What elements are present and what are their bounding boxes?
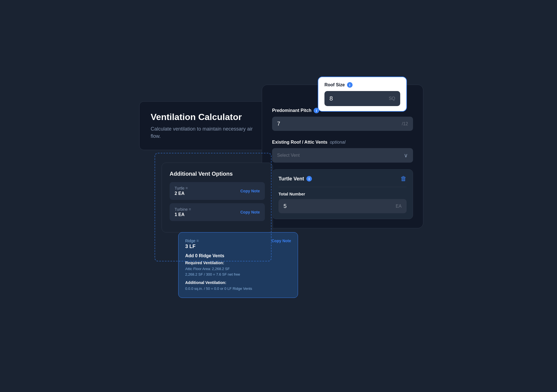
roof-size-unit: SQ (389, 96, 395, 101)
turtle-vent-info-icon[interactable]: i (306, 176, 312, 182)
avo-item-turbine-left: Turbine = 1 EA (175, 207, 191, 217)
avo-item-turbine-value: 1 EA (175, 212, 191, 217)
delete-vent-icon[interactable]: 🗑 (400, 175, 407, 182)
avo-item-turbine: Turbine = 1 EA Copy Note (170, 203, 265, 221)
pitch-unit: /12 (402, 121, 408, 126)
ridge-add-title: Add 0 Ridge Vents (185, 253, 291, 258)
pitch-value: 7 (277, 121, 280, 127)
turtle-vent-section: Turtle Vent i 🗑 Total Number 5 EA (272, 169, 413, 219)
avo-title: Additional Vent Options (170, 171, 265, 177)
avo-item-turtle-left: Turtle = 2 EA (175, 186, 188, 196)
select-vent-placeholder: Select Vent (277, 153, 300, 158)
ridge-additional-text: 0.0.0 sq.in. / 50 = 0.0 or 0 LF Ridge Ve… (185, 286, 291, 291)
total-number-input[interactable]: 5 EA (278, 199, 407, 213)
vent-title: Turtle Vent i (278, 176, 312, 182)
ridge-item-label: Ridge = (185, 239, 199, 243)
vc-title: Ventilation Calculator (151, 112, 262, 122)
select-vent-dropdown[interactable]: Select Vent ∨ (272, 148, 413, 163)
roof-size-value: 8 (329, 95, 333, 102)
copy-note-turbine-button[interactable]: Copy Note (240, 210, 260, 214)
avo-item-turtle-value: 2 EA (175, 191, 188, 196)
additional-vent-options-card: Additional Vent Options Turtle = 2 EA Co… (162, 163, 273, 232)
total-number-value: 5 (284, 203, 287, 209)
total-number-unit: EA (396, 204, 402, 209)
ridge-required-text: Attic Floor Area: 2,268.2 SF 2,268.2 SF … (185, 266, 291, 277)
ridge-additional-label: Additional Ventilation: (185, 280, 291, 285)
ridge-card: Ridge = 3 LF Copy Note Add 0 Ridge Vents… (178, 232, 298, 298)
roof-size-card: Roof Size i 8 SQ (318, 77, 407, 112)
avo-item-turbine-label: Turbine = (175, 207, 191, 212)
copy-note-turtle-button[interactable]: Copy Note (240, 189, 260, 193)
roof-size-info-icon[interactable]: i (347, 82, 353, 88)
ridge-item-value: 3 LF (185, 244, 199, 249)
roof-size-input[interactable]: 8 SQ (324, 91, 400, 106)
main-calculator-panel: Roof Size i 8 SQ Predominant Pitch i 7 /… (262, 85, 423, 228)
avo-item-turtle-label: Turtle = (175, 186, 188, 190)
vent-header: Turtle Vent i 🗑 (278, 175, 407, 187)
vc-subtitle: Calculate ventilation to maintain necess… (151, 126, 262, 139)
existing-label: Existing Roof / Attic Vents optional (272, 140, 413, 145)
optional-label: optional (330, 140, 345, 144)
existing-section: Existing Roof / Attic Vents optional Sel… (272, 140, 413, 163)
total-number-label: Total Number (278, 192, 407, 196)
copy-note-ridge-button[interactable]: Copy Note (272, 239, 291, 243)
chevron-down-icon: ∨ (404, 152, 408, 159)
pitch-input[interactable]: 7 /12 (272, 117, 413, 131)
avo-item-turtle: Turtle = 2 EA Copy Note (170, 182, 265, 200)
ridge-required-label: Required Ventilation: (185, 261, 291, 265)
ridge-item: Ridge = 3 LF (185, 239, 199, 249)
ventilation-calculator-card: Ventilation Calculator Calculate ventila… (139, 101, 273, 150)
roof-size-label: Roof Size i (324, 82, 400, 88)
